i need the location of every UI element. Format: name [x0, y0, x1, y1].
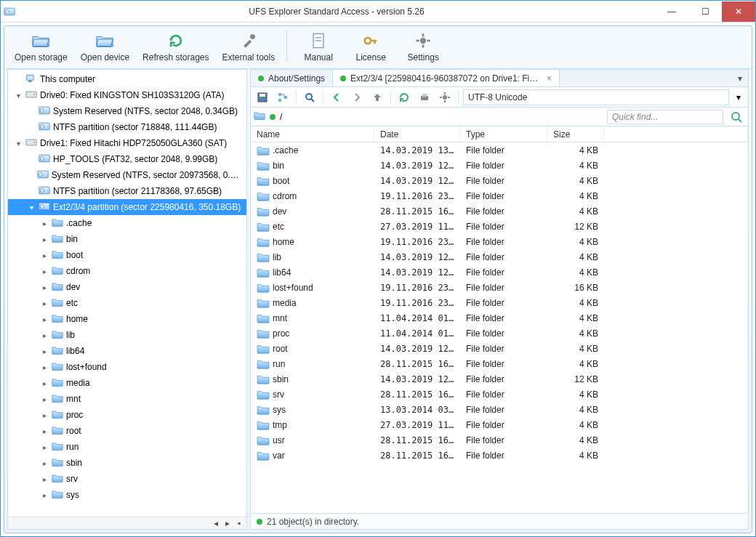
tree-row[interactable]: ▸root [8, 423, 246, 439]
tree-row[interactable]: NTFS partition (sector 718848, 111.44GB) [8, 119, 246, 135]
file-row[interactable]: sbin14.03.2019 12:14:03File folder12 KB [251, 371, 748, 387]
twisty-icon[interactable]: ▸ [40, 235, 49, 243]
twisty-icon[interactable]: ▸ [40, 347, 49, 355]
twisty-icon[interactable]: ▸ [40, 459, 49, 467]
file-row[interactable]: dev28.11.2015 16:52:12File folder4 KB [251, 203, 748, 219]
twisty-icon[interactable]: ▾ [14, 92, 23, 100]
file-row[interactable]: mnt11.04.2014 01:12:14File folder4 KB [251, 310, 748, 326]
tree-row[interactable]: ▸run [8, 439, 246, 455]
col-size[interactable]: Size [547, 126, 604, 142]
maximize-button[interactable]: ☐ [688, 1, 722, 22]
twisty-icon[interactable]: ▾ [27, 203, 36, 211]
quick-find-input[interactable]: Quick find... [607, 110, 723, 124]
tab-menu-button[interactable]: ▾ [732, 73, 748, 84]
tree-row[interactable]: ▸lost+found [8, 359, 246, 375]
tree-row[interactable]: ▾Drive0: Fixed KINGSTON SH103S3120G (ATA… [8, 87, 246, 103]
tree-row[interactable]: ▸home [8, 311, 246, 327]
file-row[interactable]: etc27.03.2019 11:32:43File folder12 KB [251, 219, 748, 234]
twisty-icon[interactable]: ▸ [40, 475, 49, 483]
tree-row[interactable]: ▸.cache [8, 215, 246, 231]
tree-row[interactable]: ▾Ext2/3/4 partition (sector 225980416, 3… [8, 199, 246, 215]
device-tree[interactable]: This computer▾Drive0: Fixed KINGSTON SH1… [8, 70, 246, 517]
scroll-left-icon[interactable]: ◂ [210, 518, 222, 528]
tree-row[interactable]: ▸cdrom [8, 263, 246, 279]
file-row[interactable]: boot14.03.2019 12:31:58File folder4 KB [251, 173, 748, 188]
twisty-icon[interactable]: ▸ [40, 363, 49, 371]
encoding-select[interactable]: UTF-8 Unicode [463, 89, 729, 105]
file-row[interactable]: proc11.04.2014 01:12:14File folder4 KB [251, 326, 748, 341]
twisty-icon[interactable]: ▸ [40, 251, 49, 259]
twisty-icon[interactable]: ▸ [40, 219, 49, 227]
tree-row[interactable]: ▸lib [8, 327, 246, 343]
col-name[interactable]: Name [251, 126, 374, 142]
manual-button[interactable]: Manual [293, 28, 344, 65]
file-row[interactable]: media19.11.2016 23:38:05File folder4 KB [251, 295, 748, 310]
twisty-icon[interactable]: ▸ [40, 491, 49, 499]
tree-row[interactable]: ▸proc [8, 407, 246, 423]
tree-row[interactable]: System Reserved (NTFS, sector 2048, 0.34… [8, 103, 246, 119]
file-row[interactable]: tmp27.03.2019 11:33:01File folder4 KB [251, 417, 748, 432]
refresh-button[interactable] [395, 89, 413, 105]
quick-find-button[interactable] [728, 109, 745, 125]
open-storage-button[interactable]: Open storage [9, 28, 73, 65]
grid-body[interactable]: .cache14.03.2019 13:19:24File folder4 KB… [251, 142, 748, 513]
back-button[interactable] [328, 89, 345, 105]
tree-row[interactable]: ▸mnt [8, 391, 246, 407]
print-button[interactable] [416, 89, 433, 105]
file-row[interactable]: sys13.03.2014 03:41:52File folder4 KB [251, 402, 748, 417]
tree-row[interactable]: ▸media [8, 375, 246, 391]
refresh-storages-button[interactable]: Refresh storages [137, 28, 214, 65]
twisty-icon[interactable]: ▸ [40, 331, 49, 339]
file-row[interactable]: run28.11.2015 16:57:28File folder4 KB [251, 356, 748, 371]
sidebar-scrollbar[interactable]: ◂ ▸ ▪ [8, 517, 246, 529]
twisty-icon[interactable]: ▸ [40, 379, 49, 387]
twisty-icon[interactable]: ▸ [40, 267, 49, 275]
tree-row[interactable]: This computer [8, 71, 246, 87]
tab[interactable]: Ext2/3/4 [225980416-960387072 on Drive1:… [333, 70, 560, 87]
file-row[interactable]: cdrom19.11.2016 23:27:42File folder4 KB [251, 188, 748, 203]
tree-row[interactable]: ▸etc [8, 295, 246, 311]
forward-button[interactable] [348, 89, 366, 105]
col-type[interactable]: Type [460, 126, 547, 142]
tree-row[interactable]: ▸srv [8, 471, 246, 487]
file-row[interactable]: lost+found19.11.2016 23:23:42File folder… [251, 280, 748, 295]
tree-row[interactable]: ▸dev [8, 279, 246, 295]
twisty-icon[interactable]: ▸ [40, 315, 49, 323]
external-tools-button[interactable]: External tools [217, 28, 281, 65]
twisty-icon[interactable]: ▾ [14, 140, 23, 148]
file-row[interactable]: .cache14.03.2019 13:19:24File folder4 KB [251, 142, 748, 158]
tree-row[interactable]: System Reserved (NTFS, sector 20973568, … [8, 167, 246, 183]
file-row[interactable]: var28.11.2015 16:57:41File folder4 KB [251, 448, 748, 463]
twisty-icon[interactable]: ▸ [40, 443, 49, 451]
tree-row[interactable]: HP_TOOLS (FAT32, sector 2048, 9.99GB) [8, 151, 246, 167]
tree-row[interactable]: NTFS partition (sector 21178368, 97.65GB… [8, 183, 246, 199]
tab-close-icon[interactable]: × [547, 73, 552, 84]
minimize-button[interactable]: — [655, 1, 688, 22]
twisty-icon[interactable]: ▸ [40, 427, 49, 435]
up-button[interactable] [369, 89, 386, 105]
tree-row[interactable]: ▸boot [8, 247, 246, 263]
tab[interactable]: About/Settings [251, 70, 333, 87]
tree-row[interactable]: ▸lib64 [8, 343, 246, 359]
twisty-icon[interactable]: ▸ [40, 411, 49, 419]
file-row[interactable]: lib6414.03.2019 12:03:56File folder4 KB [251, 265, 748, 280]
file-row[interactable]: lib14.03.2019 12:14:00File folder4 KB [251, 249, 748, 265]
find-button[interactable] [301, 89, 318, 105]
options-button[interactable] [436, 89, 454, 105]
file-row[interactable]: bin14.03.2019 12:10:28File folder4 KB [251, 158, 748, 173]
scroll-right-icon[interactable]: ▸ [222, 518, 233, 528]
file-row[interactable]: usr28.11.2015 16:19:31File folder4 KB [251, 432, 748, 448]
save-button[interactable] [254, 89, 271, 105]
open-device-button[interactable]: Open device [75, 28, 135, 65]
twisty-icon[interactable]: ▸ [40, 395, 49, 403]
tree-row[interactable]: ▾Drive1: Fixed Hitachi HDP725050GLA360 (… [8, 135, 246, 151]
file-row[interactable]: home19.11.2016 23:28:44File folder4 KB [251, 234, 748, 249]
tree-view-button[interactable] [274, 89, 291, 105]
col-date[interactable]: Date [374, 126, 460, 142]
scroll-grip-icon[interactable]: ▪ [233, 518, 245, 528]
path-track[interactable]: / [270, 112, 603, 122]
tree-row[interactable]: ▸sbin [8, 455, 246, 471]
encoding-dropdown-button[interactable]: ▾ [732, 89, 745, 105]
file-row[interactable]: srv28.11.2015 16:19:31File folder4 KB [251, 387, 748, 402]
close-button[interactable]: ✕ [722, 1, 755, 22]
